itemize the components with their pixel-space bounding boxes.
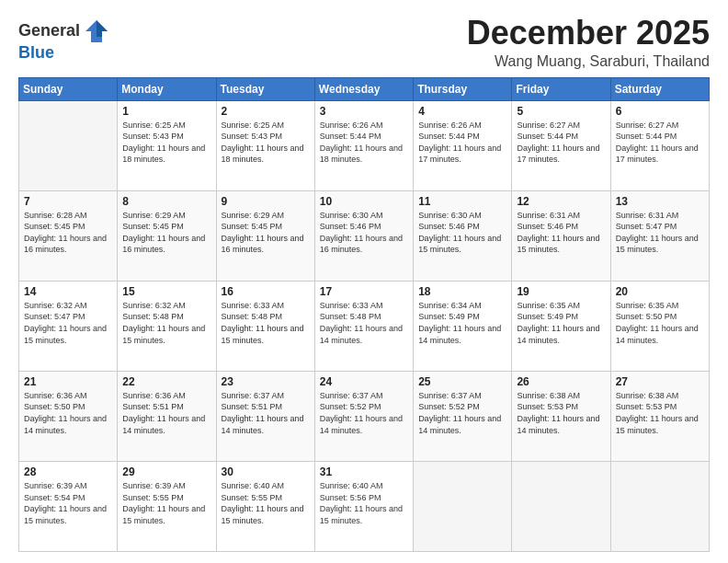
calendar-cell: 26Sunrise: 6:38 AM Sunset: 5:53 PM Dayli… — [512, 371, 610, 461]
calendar-cell: 6Sunrise: 6:27 AM Sunset: 5:44 PM Daylig… — [610, 100, 709, 190]
day-number: 26 — [517, 375, 605, 388]
cell-info: Sunrise: 6:38 AM Sunset: 5:53 PM Dayligh… — [517, 390, 605, 436]
cell-info: Sunrise: 6:29 AM Sunset: 5:45 PM Dayligh… — [122, 210, 210, 256]
cell-info: Sunrise: 6:33 AM Sunset: 5:48 PM Dayligh… — [320, 300, 408, 346]
header-monday: Monday — [118, 77, 216, 100]
calendar-cell: 29Sunrise: 6:39 AM Sunset: 5:55 PM Dayli… — [118, 461, 216, 551]
day-number: 17 — [320, 285, 408, 298]
day-number: 9 — [222, 195, 310, 208]
header-wednesday: Wednesday — [314, 77, 413, 100]
calendar-cell: 19Sunrise: 6:35 AM Sunset: 5:49 PM Dayli… — [512, 281, 610, 371]
cell-info: Sunrise: 6:40 AM Sunset: 5:55 PM Dayligh… — [222, 480, 310, 526]
calendar-cell: 3Sunrise: 6:26 AM Sunset: 5:44 PM Daylig… — [314, 100, 413, 190]
cell-info: Sunrise: 6:36 AM Sunset: 5:50 PM Dayligh… — [24, 390, 112, 436]
day-number: 8 — [122, 195, 210, 208]
calendar-cell: 27Sunrise: 6:38 AM Sunset: 5:53 PM Dayli… — [610, 371, 709, 461]
calendar-cell: 11Sunrise: 6:30 AM Sunset: 5:46 PM Dayli… — [414, 190, 512, 281]
cell-info: Sunrise: 6:37 AM Sunset: 5:52 PM Dayligh… — [418, 390, 506, 436]
calendar-cell: 12Sunrise: 6:31 AM Sunset: 5:46 PM Dayli… — [512, 190, 610, 281]
cell-info: Sunrise: 6:28 AM Sunset: 5:45 PM Dayligh… — [24, 210, 112, 256]
cell-info: Sunrise: 6:37 AM Sunset: 5:52 PM Dayligh… — [320, 390, 408, 436]
calendar-cell: 14Sunrise: 6:32 AM Sunset: 5:47 PM Dayli… — [19, 281, 118, 371]
day-number: 3 — [320, 105, 408, 118]
day-number: 22 — [122, 375, 210, 388]
logo: General Blue — [18, 18, 109, 63]
day-number: 28 — [24, 465, 112, 478]
calendar-cell: 1Sunrise: 6:25 AM Sunset: 5:43 PM Daylig… — [118, 100, 216, 190]
day-number: 19 — [517, 285, 605, 298]
cell-info: Sunrise: 6:40 AM Sunset: 5:56 PM Dayligh… — [320, 480, 408, 526]
day-number: 14 — [24, 285, 112, 298]
cell-info: Sunrise: 6:27 AM Sunset: 5:44 PM Dayligh… — [517, 120, 605, 166]
header-saturday: Saturday — [610, 77, 709, 100]
day-number: 21 — [24, 375, 112, 388]
header-thursday: Thursday — [414, 77, 512, 100]
calendar-cell: 7Sunrise: 6:28 AM Sunset: 5:45 PM Daylig… — [19, 190, 118, 281]
cell-info: Sunrise: 6:38 AM Sunset: 5:53 PM Dayligh… — [616, 390, 704, 436]
cell-info: Sunrise: 6:30 AM Sunset: 5:46 PM Dayligh… — [418, 210, 506, 256]
calendar-cell: 8Sunrise: 6:29 AM Sunset: 5:45 PM Daylig… — [118, 190, 216, 281]
calendar-cell — [512, 461, 610, 551]
cell-info: Sunrise: 6:31 AM Sunset: 5:46 PM Dayligh… — [517, 210, 605, 256]
header-sunday: Sunday — [19, 77, 118, 100]
logo-blue-text: Blue — [18, 44, 109, 63]
cell-info: Sunrise: 6:33 AM Sunset: 5:48 PM Dayligh… — [222, 300, 310, 346]
calendar-cell: 9Sunrise: 6:29 AM Sunset: 5:45 PM Daylig… — [216, 190, 314, 281]
day-number: 12 — [517, 195, 605, 208]
calendar-subtitle: Wang Muang, Saraburi, Thailand — [467, 53, 710, 70]
calendar-cell: 23Sunrise: 6:37 AM Sunset: 5:51 PM Dayli… — [216, 371, 314, 461]
calendar-cell: 28Sunrise: 6:39 AM Sunset: 5:54 PM Dayli… — [19, 461, 118, 551]
calendar-page: General Blue December 2025 Wang Muang, S… — [0, 0, 728, 563]
day-number: 5 — [517, 105, 605, 118]
cell-info: Sunrise: 6:34 AM Sunset: 5:49 PM Dayligh… — [418, 300, 506, 346]
day-number: 1 — [122, 105, 210, 118]
calendar-week-row: 14Sunrise: 6:32 AM Sunset: 5:47 PM Dayli… — [19, 281, 710, 371]
day-number: 30 — [222, 465, 310, 478]
cell-info: Sunrise: 6:35 AM Sunset: 5:49 PM Dayligh… — [517, 300, 605, 346]
logo-general-text: General — [18, 22, 80, 40]
day-number: 18 — [418, 285, 506, 298]
day-number: 7 — [24, 195, 112, 208]
cell-info: Sunrise: 6:39 AM Sunset: 5:55 PM Dayligh… — [122, 480, 210, 526]
day-number: 23 — [222, 375, 310, 388]
cell-info: Sunrise: 6:36 AM Sunset: 5:51 PM Dayligh… — [122, 390, 210, 436]
calendar-week-row: 28Sunrise: 6:39 AM Sunset: 5:54 PM Dayli… — [19, 461, 710, 551]
cell-info: Sunrise: 6:30 AM Sunset: 5:46 PM Dayligh… — [320, 210, 408, 256]
cell-info: Sunrise: 6:35 AM Sunset: 5:50 PM Dayligh… — [616, 300, 704, 346]
calendar-cell — [610, 461, 709, 551]
day-number: 6 — [616, 105, 704, 118]
day-number: 25 — [418, 375, 506, 388]
cell-info: Sunrise: 6:32 AM Sunset: 5:48 PM Dayligh… — [122, 300, 210, 346]
day-number: 29 — [122, 465, 210, 478]
calendar-cell: 18Sunrise: 6:34 AM Sunset: 5:49 PM Dayli… — [414, 281, 512, 371]
logo-icon — [84, 18, 109, 44]
calendar-cell: 15Sunrise: 6:32 AM Sunset: 5:48 PM Dayli… — [118, 281, 216, 371]
day-number: 4 — [418, 105, 506, 118]
day-number: 11 — [418, 195, 506, 208]
weekday-header-row: Sunday Monday Tuesday Wednesday Thursday… — [19, 77, 710, 100]
day-number: 24 — [320, 375, 408, 388]
calendar-cell — [19, 100, 118, 190]
day-number: 15 — [122, 285, 210, 298]
calendar-cell: 10Sunrise: 6:30 AM Sunset: 5:46 PM Dayli… — [314, 190, 413, 281]
header-tuesday: Tuesday — [216, 77, 314, 100]
cell-info: Sunrise: 6:26 AM Sunset: 5:44 PM Dayligh… — [418, 120, 506, 166]
calendar-cell: 5Sunrise: 6:27 AM Sunset: 5:44 PM Daylig… — [512, 100, 610, 190]
cell-info: Sunrise: 6:31 AM Sunset: 5:47 PM Dayligh… — [616, 210, 704, 256]
calendar-cell: 30Sunrise: 6:40 AM Sunset: 5:55 PM Dayli… — [216, 461, 314, 551]
calendar-cell: 13Sunrise: 6:31 AM Sunset: 5:47 PM Dayli… — [610, 190, 709, 281]
cell-info: Sunrise: 6:25 AM Sunset: 5:43 PM Dayligh… — [122, 120, 210, 166]
cell-info: Sunrise: 6:39 AM Sunset: 5:54 PM Dayligh… — [24, 480, 112, 526]
header-friday: Friday — [512, 77, 610, 100]
calendar-cell: 25Sunrise: 6:37 AM Sunset: 5:52 PM Dayli… — [414, 371, 512, 461]
calendar-cell: 24Sunrise: 6:37 AM Sunset: 5:52 PM Dayli… — [314, 371, 413, 461]
calendar-cell — [414, 461, 512, 551]
day-number: 27 — [616, 375, 704, 388]
calendar-table: Sunday Monday Tuesday Wednesday Thursday… — [18, 77, 710, 552]
cell-info: Sunrise: 6:26 AM Sunset: 5:44 PM Dayligh… — [320, 120, 408, 166]
day-number: 13 — [616, 195, 704, 208]
calendar-week-row: 7Sunrise: 6:28 AM Sunset: 5:45 PM Daylig… — [19, 190, 710, 281]
cell-info: Sunrise: 6:37 AM Sunset: 5:51 PM Dayligh… — [222, 390, 310, 436]
day-number: 16 — [222, 285, 310, 298]
calendar-cell: 17Sunrise: 6:33 AM Sunset: 5:48 PM Dayli… — [314, 281, 413, 371]
